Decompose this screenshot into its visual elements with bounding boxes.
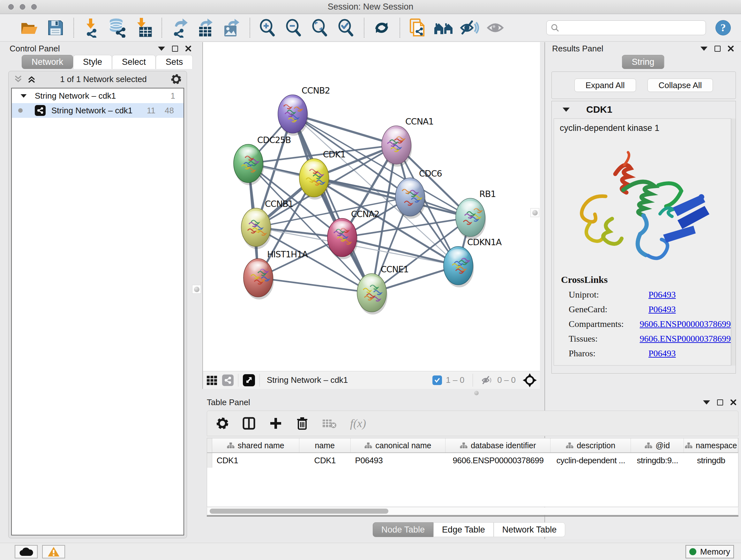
table-hscrollbar-thumb[interactable] — [210, 509, 388, 514]
import-network-from-database-button[interactable] — [107, 16, 128, 39]
horizontal-splitter-handle[interactable] — [474, 391, 479, 395]
expand-all-icon[interactable] — [27, 75, 36, 84]
left-splitter-handle[interactable] — [192, 285, 201, 294]
table-cell[interactable]: P06493 — [351, 453, 446, 468]
split-panel-icon[interactable] — [242, 417, 256, 430]
help-button[interactable]: ? — [716, 20, 731, 36]
birdseye-crosshair-icon[interactable] — [523, 373, 537, 387]
network-node-CCNA1[interactable]: CCNA1 — [382, 117, 434, 167]
table-settings-gear-icon[interactable] — [216, 417, 229, 430]
import-network-from-file-button[interactable] — [80, 16, 102, 39]
network-node-CDKN1A[interactable]: CDKN1A — [444, 237, 502, 287]
close-panel-icon[interactable] — [728, 45, 734, 52]
table-cell[interactable]: stringdb:9... — [631, 453, 684, 468]
collection-expander-icon[interactable] — [21, 94, 27, 98]
column-header-@id[interactable]: @id — [631, 438, 684, 452]
column-header-database-identifier[interactable]: database identifier — [446, 438, 550, 452]
new-network-from-selection-button[interactable] — [407, 16, 428, 39]
first-neighbors-button[interactable] — [433, 16, 455, 39]
save-session-button[interactable] — [45, 16, 66, 39]
column-header-name[interactable]: name — [299, 438, 351, 452]
show-all-button[interactable] — [485, 16, 507, 39]
panel-menu-icon[interactable] — [703, 400, 710, 405]
export-table-button[interactable] — [195, 16, 216, 39]
warning-status-button[interactable] — [42, 545, 65, 558]
network-node-CCNB1[interactable]: CCNB1 — [241, 199, 293, 249]
network-collection-row[interactable]: String Network – cdk1 1 — [12, 88, 184, 103]
network-row[interactable]: String Network – cdk1 11 48 — [12, 103, 184, 118]
network-edge[interactable] — [293, 114, 372, 293]
memory-button[interactable]: Memory — [685, 545, 734, 558]
network-node-CCNE1[interactable]: CCNE1 — [357, 264, 408, 314]
network-edge[interactable] — [293, 114, 396, 145]
table-hscrollbar[interactable] — [207, 507, 738, 515]
network-node-HIST1H1A[interactable]: HIST1H1A — [244, 249, 308, 300]
network-node-RB1[interactable]: RB1 — [456, 189, 495, 239]
card-expander-icon[interactable] — [562, 108, 569, 112]
float-panel-icon[interactable] — [172, 46, 178, 52]
crosslink-value-link[interactable]: 9606.ENSP00000378699 — [640, 319, 731, 329]
tab-network[interactable]: Network — [22, 55, 73, 69]
column-header-description[interactable]: description — [550, 438, 630, 452]
table-cell[interactable]: stringdb — [684, 453, 738, 468]
grid-view-icon[interactable] — [206, 374, 218, 386]
network-share-icon[interactable] — [222, 374, 233, 386]
add-column-icon[interactable] — [269, 417, 282, 430]
network-canvas[interactable]: CCNB2CCNA1CDC25BCDK1CDC6RB1CCNB1CCNA2CDK… — [202, 42, 540, 371]
node-table[interactable]: shared namenamecanonical namedatabase id… — [207, 438, 738, 507]
tab-edge-table[interactable]: Edge Table — [433, 522, 494, 537]
apply-layout-button[interactable] — [371, 16, 393, 39]
open-session-button[interactable] — [18, 16, 40, 39]
results-scrollbar[interactable] — [731, 118, 736, 366]
function-builder-icon[interactable]: f(x) — [350, 417, 366, 430]
network-node-CCNA2[interactable]: CCNA2 — [327, 209, 380, 259]
table-cell[interactable]: cyclin-dependent ... — [551, 453, 631, 468]
zoom-out-button[interactable] — [283, 16, 305, 39]
import-table-from-file-button[interactable] — [133, 16, 154, 39]
collapse-all-button[interactable]: Collapse All — [648, 78, 713, 92]
close-panel-icon[interactable] — [730, 399, 737, 406]
cloud-status-button[interactable] — [15, 545, 38, 558]
table-cell[interactable]: CDK1 — [299, 453, 351, 468]
zoom-in-button[interactable] — [257, 16, 278, 39]
column-header-shared-name[interactable]: shared name — [212, 438, 299, 452]
panel-menu-icon[interactable] — [700, 47, 708, 51]
right-splitter-handle[interactable] — [530, 208, 539, 217]
table-cell[interactable]: CDK1 — [212, 453, 299, 468]
crosslink-value-link[interactable]: P06493 — [649, 290, 676, 300]
zoom-selected-button[interactable] — [335, 16, 357, 39]
network-edge[interactable] — [258, 278, 372, 293]
panel-menu-icon[interactable] — [158, 47, 165, 51]
collapse-all-icon[interactable] — [14, 75, 23, 84]
tab-sets[interactable]: Sets — [156, 55, 193, 69]
search-input[interactable] — [559, 23, 697, 32]
crosslink-value-link[interactable]: P06493 — [649, 348, 676, 359]
network-node-CDC6[interactable]: CDC6 — [395, 169, 442, 219]
tab-string[interactable]: String — [622, 55, 664, 69]
column-header-canonical-name[interactable]: canonical name — [351, 438, 446, 452]
crosslink-value-link[interactable]: 9606.ENSP00000378699 — [640, 334, 731, 344]
crosslink-value-link[interactable]: P06493 — [649, 304, 676, 314]
network-node-CCNB2[interactable]: CCNB2 — [278, 85, 330, 136]
tab-node-table[interactable]: Node Table — [373, 522, 433, 537]
expand-all-button[interactable]: Expand All — [575, 78, 636, 92]
table-row[interactable]: CDK1CDK1P064939606.ENSP00000378699cyclin… — [207, 453, 738, 468]
export-image-button[interactable] — [221, 16, 243, 39]
protein-card-title-row[interactable]: CDK1 — [552, 101, 736, 118]
delete-table-icon[interactable] — [322, 418, 337, 429]
table-cell[interactable]: 9606.ENSP00000378699 — [446, 453, 550, 468]
selected-nodes-checkbox[interactable] — [432, 375, 442, 385]
column-header-namespace[interactable]: namespace — [684, 438, 738, 452]
open-in-browser-icon[interactable] — [243, 374, 255, 386]
tab-network-table[interactable]: Network Table — [494, 522, 565, 537]
tab-style[interactable]: Style — [73, 55, 112, 69]
export-network-button[interactable] — [169, 16, 190, 39]
gear-icon[interactable] — [171, 74, 182, 84]
close-panel-icon[interactable] — [185, 45, 192, 52]
tab-select[interactable]: Select — [112, 55, 156, 69]
zoom-fit-button[interactable] — [309, 16, 331, 39]
delete-column-trash-icon[interactable] — [296, 416, 309, 430]
float-panel-icon[interactable] — [717, 399, 723, 406]
float-panel-icon[interactable] — [715, 46, 721, 52]
hide-selected-button[interactable] — [459, 16, 481, 39]
